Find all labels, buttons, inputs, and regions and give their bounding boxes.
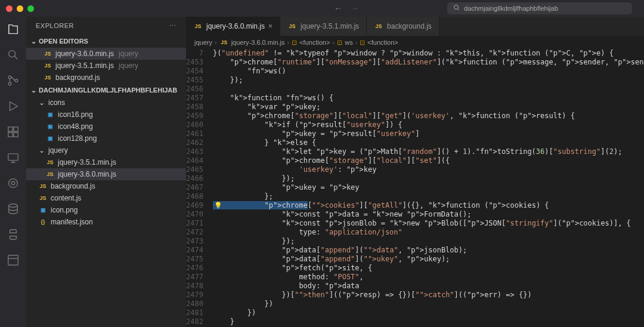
tree-item-label: icon16.png: [58, 110, 93, 119]
js-file-icon: JS: [38, 193, 48, 203]
file-desc: jquery: [119, 61, 138, 70]
svg-rect-14: [8, 255, 18, 266]
js-file-icon: JS: [38, 181, 48, 191]
close-window-button[interactable]: [6, 5, 13, 12]
breadcrumb-separator: ›: [355, 39, 358, 46]
extensions-icon[interactable]: [7, 125, 20, 140]
file-item[interactable]: ▣icon.png: [26, 204, 186, 216]
file-item[interactable]: ▣icon48.png: [26, 121, 186, 132]
svg-rect-9: [8, 132, 13, 137]
tab-label: background.js: [387, 22, 432, 30]
svg-line-1: [458, 9, 460, 11]
breadcrumb-item[interactable]: jquery-3.6.0.min.js: [231, 39, 285, 46]
image-file-icon: ▣: [38, 205, 48, 215]
titlebar: ← → dachmjaingllkdmljlfhaphbflehijab: [0, 0, 644, 17]
breadcrumb-separator: ›: [287, 39, 290, 46]
tab-bar: JSjquery-3.6.0.min.js×JSjquery-3.5.1.min…: [186, 17, 644, 36]
js-file-icon: JS: [374, 21, 383, 31]
svg-rect-7: [8, 127, 13, 131]
source-control-icon[interactable]: [7, 74, 20, 89]
js-file-icon: JS: [287, 21, 297, 31]
js-file-icon: JS: [43, 61, 52, 70]
minimize-window-button[interactable]: [17, 5, 23, 12]
breadcrumb-item[interactable]: jquery: [194, 39, 212, 46]
sidebar-title-text: EXPLORER: [36, 22, 74, 29]
tree-item-label: icon48.png: [58, 122, 93, 131]
search-icon: [453, 4, 460, 13]
tree-item-label: background.js: [51, 182, 95, 190]
breadcrumb-separator: ›: [215, 39, 217, 46]
activity-bar: [0, 17, 26, 327]
json-file-icon: {}: [38, 217, 48, 227]
search-text: dachmjaingllkdmljlfhaphbflehijab: [464, 5, 558, 12]
editor-tab[interactable]: JSjquery-3.6.0.min.js×: [186, 17, 280, 36]
svg-point-4: [8, 76, 11, 79]
file-desc: jquery: [119, 50, 138, 58]
file-item[interactable]: ▣icon128.png: [26, 132, 186, 144]
editor-tab[interactable]: JSjquery-3.5.1.min.js: [280, 17, 367, 36]
breadcrumb-item[interactable]: ws: [345, 39, 352, 46]
file-item[interactable]: {}manifest.json: [26, 216, 186, 228]
search-activity-icon[interactable]: [7, 48, 20, 63]
sidebar-more-icon[interactable]: ⋯: [169, 22, 177, 30]
editor-tab[interactable]: JSbackground.js: [367, 17, 439, 36]
editor-group: JSjquery-3.6.0.min.js×JSjquery-3.5.1.min…: [186, 17, 644, 327]
nav-forward-icon[interactable]: →: [351, 4, 359, 13]
python-icon[interactable]: [7, 228, 20, 243]
open-editor-item[interactable]: JSjquery-3.5.1.min.jsjquery: [26, 60, 186, 72]
code-editor[interactable]: 7 2453 2454 2455 2456 2457 2458 2459 246…: [186, 49, 644, 327]
svg-point-13: [11, 181, 15, 185]
explorer-icon[interactable]: [7, 23, 20, 38]
svg-point-0: [454, 5, 459, 10]
svg-rect-11: [8, 154, 18, 161]
file-item[interactable]: ▣icon16.png: [26, 109, 186, 121]
js-file-icon: JS: [43, 73, 52, 82]
svg-point-5: [8, 82, 11, 85]
symbol-icon: ⊡: [337, 39, 342, 47]
js-file-icon: JS: [45, 169, 55, 179]
image-file-icon: ▣: [45, 122, 55, 131]
open-editors-label: OPEN EDITORS: [39, 38, 88, 45]
js-file-icon: JS: [193, 21, 203, 31]
nav-back-icon[interactable]: ←: [334, 4, 342, 13]
file-item[interactable]: JScontent.js: [26, 192, 186, 204]
command-center[interactable]: dachmjaingllkdmljlfhaphbflehijab: [447, 2, 632, 14]
breadcrumb-item[interactable]: <function>: [299, 39, 330, 46]
remote-icon[interactable]: [7, 151, 20, 166]
open-editors-section[interactable]: ⌄ OPEN EDITORS: [26, 35, 186, 48]
breadcrumb-item[interactable]: <function>: [367, 39, 398, 46]
code-lines[interactable]: }("undefined" != "k">typeof "p">window ?…: [213, 49, 644, 327]
docker-icon[interactable]: [7, 177, 20, 192]
sql-icon[interactable]: [7, 202, 20, 217]
file-item[interactable]: JSbackground.js: [26, 180, 186, 192]
file-item[interactable]: JSjquery-3.5.1.min.js: [26, 156, 186, 168]
folder-item[interactable]: ⌄icons: [26, 97, 186, 109]
layout-icon[interactable]: [7, 254, 20, 269]
svg-rect-10: [14, 132, 18, 137]
file-name: background.js: [55, 73, 100, 82]
file-name: jquery-3.5.1.min.js: [55, 61, 114, 70]
breadcrumbs[interactable]: jquery›JSjquery-3.6.0.min.js›⊡<function>…: [186, 36, 644, 49]
svg-point-2: [9, 51, 16, 57]
open-editor-item[interactable]: JSbackground.js: [26, 72, 186, 84]
explorer-sidebar: EXPLORER ⋯ ⌄ OPEN EDITORS JSjquery-3.6.0…: [26, 17, 186, 327]
tree-item-label: jquery: [48, 146, 68, 155]
project-section[interactable]: ⌄ DACHMJAINGLLKDMLJLFHAPHBFLEHIJAB: [26, 84, 186, 97]
svg-point-12: [9, 179, 18, 188]
run-debug-icon[interactable]: [7, 100, 20, 115]
maximize-window-button[interactable]: [27, 5, 34, 12]
js-file-icon: JS: [43, 49, 52, 58]
folder-item[interactable]: ⌄jquery: [26, 144, 186, 156]
tree-item-label: icon.png: [51, 206, 78, 214]
close-tab-icon[interactable]: ×: [268, 22, 273, 30]
lightbulb-icon[interactable]: 💡: [214, 201, 222, 210]
symbol-icon: ⊡: [292, 39, 297, 47]
chevron-down-icon: ⌄: [30, 38, 37, 45]
tree-item-label: jquery-3.6.0.min.js: [58, 170, 116, 178]
tree-item-label: jquery-3.5.1.min.js: [58, 158, 116, 166]
file-name: jquery-3.6.0.min.js: [55, 50, 114, 58]
open-editor-item[interactable]: JSjquery-3.6.0.min.jsjquery: [26, 48, 186, 60]
svg-point-6: [15, 79, 18, 82]
file-item[interactable]: JSjquery-3.6.0.min.js: [26, 168, 186, 180]
image-file-icon: ▣: [45, 110, 55, 119]
